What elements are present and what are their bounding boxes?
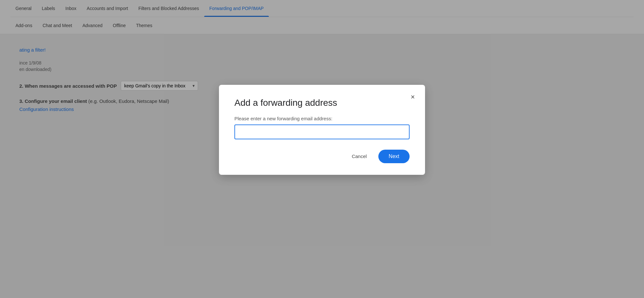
forwarding-email-input[interactable]: [234, 124, 410, 139]
modal-close-button[interactable]: ×: [407, 91, 419, 103]
modal-actions: Cancel Next: [234, 150, 410, 163]
next-button[interactable]: Next: [378, 150, 410, 163]
modal-label: Please enter a new forwarding email addr…: [234, 116, 410, 121]
modal-title: Add a forwarding address: [234, 98, 410, 108]
forwarding-modal: × Add a forwarding address Please enter …: [219, 85, 425, 175]
modal-overlay: × Add a forwarding address Please enter …: [0, 0, 644, 298]
cancel-button[interactable]: Cancel: [345, 150, 373, 162]
